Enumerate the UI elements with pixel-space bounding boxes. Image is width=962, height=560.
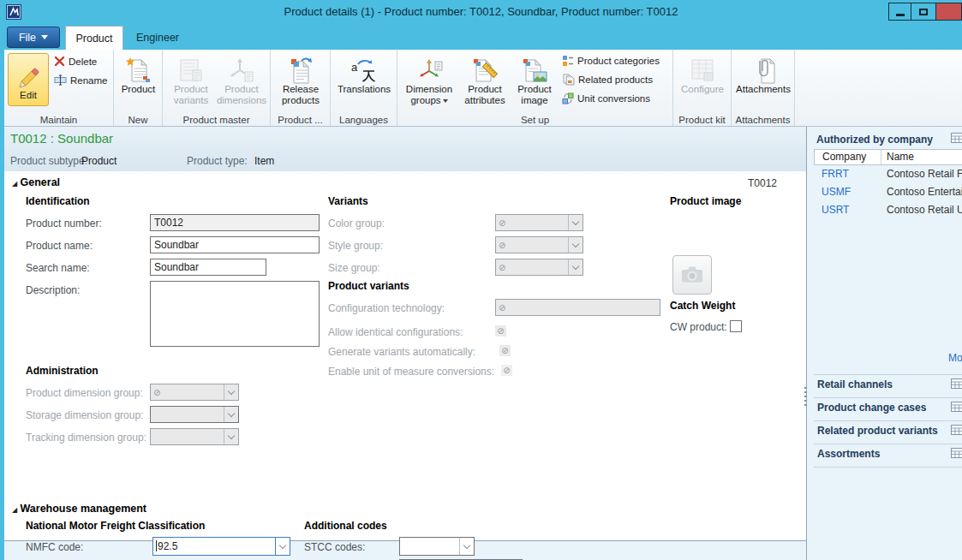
product-attributes-button[interactable]: Product attributes: [459, 53, 511, 106]
product-dimension-group-label: Product dimension group:: [26, 387, 143, 399]
ribbon-group-maintain: Edit Delete Rename Maintain: [4, 50, 114, 126]
chevron-down-icon: [443, 99, 448, 103]
product-variants-button: Product variants: [166, 53, 216, 106]
product-categories-button[interactable]: Product categories: [562, 55, 660, 67]
more-link[interactable]: Mo: [948, 352, 962, 364]
release-products-button[interactable]: Release products: [274, 53, 327, 106]
factbox-grid-icon: [951, 402, 962, 414]
product-dimensions-button: Product dimensions: [216, 53, 267, 106]
configure-grid-icon: [677, 53, 728, 84]
authorized-by-company-title[interactable]: Authorized by company: [816, 134, 933, 146]
identification-title: Identification: [26, 195, 90, 207]
company-link[interactable]: USRT: [814, 201, 881, 219]
product-image-placeholder-button[interactable]: [672, 255, 712, 295]
related-products-button[interactable]: Related products: [562, 74, 653, 86]
table-row[interactable]: USRT Contoso Retail U: [814, 201, 962, 219]
ribbon-spacer: [795, 50, 962, 126]
file-menu-button[interactable]: File: [7, 27, 60, 48]
enable-unit-of-measure-conversions-flag: ⊘: [501, 365, 512, 376]
form-pane: T0012 : Soundbar Product subtype: Produc…: [4, 127, 806, 560]
panel-splitter-handle[interactable]: [804, 387, 807, 408]
tab-product[interactable]: Product: [65, 26, 123, 50]
translations-button[interactable]: a Translations: [334, 53, 394, 95]
dropdown-arrow-icon[interactable]: [459, 538, 474, 555]
enable-unit-of-measure-conversions-label: Enable unit of measure conversions:: [328, 366, 494, 378]
close-button[interactable]: [936, 3, 962, 21]
svg-text:a: a: [351, 61, 358, 74]
group-label-attachments: Attachments: [732, 115, 794, 125]
ribbon-group-product-master: Product variants Product dimensions Prod…: [163, 50, 271, 126]
search-name-field[interactable]: [150, 259, 266, 276]
attachments-button[interactable]: Attachments: [735, 53, 792, 95]
allow-identical-configurations-flag: ⊘: [495, 325, 506, 337]
product-number-field[interactable]: [150, 214, 320, 231]
window-frame-edge: [0, 24, 4, 560]
stcc-codes-combo[interactable]: [399, 537, 475, 556]
dropdown-arrow-icon[interactable]: [275, 538, 290, 555]
product-image-icon: [511, 53, 559, 84]
description-field[interactable]: [150, 281, 320, 347]
ribbon-group-attachments: Attachments Attachments: [732, 50, 795, 126]
ribbon-tab-strip: File Product Engineer: [0, 24, 962, 50]
unit-conversions-icon: [562, 92, 574, 104]
product-name-field[interactable]: [150, 236, 320, 253]
pencil-icon: [9, 59, 48, 90]
company-name: Contoso Entertai: [881, 183, 962, 201]
product-attributes-icon: [459, 53, 511, 84]
authorized-companies-table: Company Name FRRT Contoso Retail FR USMF…: [814, 149, 962, 219]
product-image-button[interactable]: Product image: [511, 53, 559, 106]
company-link[interactable]: USMF: [814, 183, 881, 201]
nmfc-code-combo[interactable]: 92.5: [152, 537, 290, 556]
factbox-grid-icon[interactable]: [951, 133, 962, 146]
group-label-product-master: Product master: [163, 115, 270, 125]
rename-button[interactable]: Rename: [54, 74, 107, 86]
dimension-groups-button[interactable]: Dimension groups: [401, 53, 457, 106]
product-image-label: Product image: [511, 84, 559, 106]
camera-icon: [675, 259, 709, 291]
edit-button[interactable]: Edit: [8, 53, 49, 106]
maximize-button[interactable]: [911, 3, 936, 21]
product-attributes-label: Product attributes: [459, 84, 511, 106]
unit-conversions-label: Unit conversions: [577, 93, 650, 104]
product-name-label: Product name:: [26, 240, 93, 252]
tracking-dimension-group-combo: [150, 428, 239, 445]
company-link[interactable]: FRRT: [814, 165, 881, 183]
unit-conversions-button[interactable]: Unit conversions: [562, 92, 650, 104]
product-subtype-label: Product subtype:: [10, 155, 87, 167]
dropdown-arrow-icon: [224, 384, 238, 400]
factbox-related-product-variants[interactable]: Related product variants: [807, 420, 962, 443]
storage-dimension-group-combo[interactable]: [150, 406, 239, 423]
product-categories-icon: [562, 55, 574, 67]
cw-product-checkbox[interactable]: [730, 320, 742, 332]
search-name-label: Search name:: [26, 262, 90, 274]
warehouse-section-header[interactable]: ◢ Warehouse management: [12, 503, 146, 515]
tab-engineer[interactable]: Engineer: [123, 26, 192, 50]
release-products-icon: [274, 53, 327, 84]
factbox-product-change-cases[interactable]: Product change cases: [807, 397, 962, 420]
column-header-name[interactable]: Name: [881, 150, 962, 164]
dropdown-arrow-icon: [224, 429, 238, 444]
new-product-icon: [116, 53, 161, 84]
new-product-button[interactable]: Product: [116, 53, 161, 95]
tracking-dimension-group-label: Tracking dimension group:: [26, 432, 146, 444]
product-dimension-group-combo: ⊘: [150, 384, 239, 401]
factbox-title: Product change cases: [817, 402, 926, 414]
general-section-header[interactable]: ◢ General: [12, 176, 60, 188]
translations-label: Translations: [334, 84, 394, 95]
general-record-id: T0012: [715, 177, 777, 189]
factbox-assortments[interactable]: Assortments: [807, 444, 962, 466]
minimize-button[interactable]: [888, 3, 911, 21]
maximize-icon: [919, 9, 928, 15]
release-products-label: Release products: [274, 84, 327, 106]
factbox-retail-channels[interactable]: Retail channels: [807, 374, 962, 396]
window-title: Product details (1) - Product number: T0…: [0, 0, 962, 24]
configuration-technology-field: ⊘: [495, 299, 660, 316]
column-header-company[interactable]: Company: [815, 150, 881, 164]
divider: [814, 467, 962, 468]
warehouse-section-title: Warehouse management: [21, 503, 147, 515]
delete-button[interactable]: Delete: [54, 56, 97, 67]
product-variants-title: Product variants: [328, 280, 409, 292]
group-label-new: New: [114, 115, 162, 125]
table-row[interactable]: FRRT Contoso Retail FR: [814, 165, 962, 183]
table-row[interactable]: USMF Contoso Entertai: [814, 183, 962, 201]
